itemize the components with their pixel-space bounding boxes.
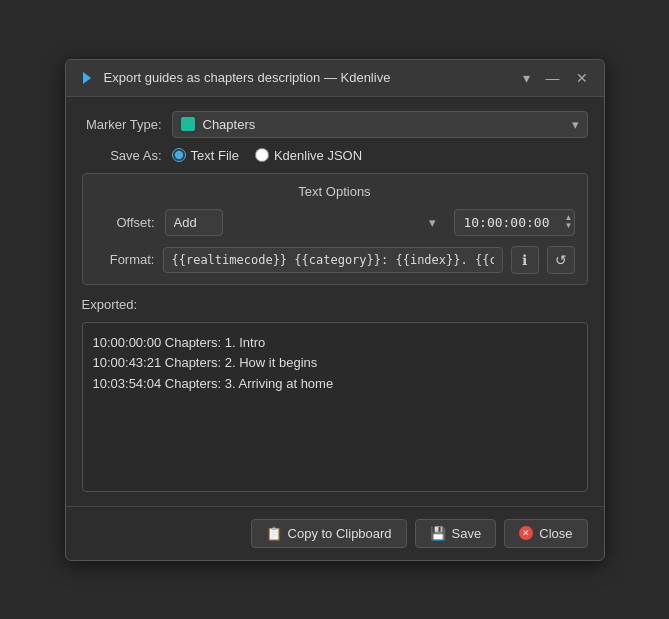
save-as-radio-group: Text File Kdenlive JSON xyxy=(172,148,363,163)
text-options-title: Text Options xyxy=(95,184,575,199)
format-row: Format: ℹ ↺ xyxy=(95,246,575,274)
exported-text-area: 10:00:00:00 Chapters: 1. Intro 10:00:43:… xyxy=(82,322,588,492)
save-icon: 💾 xyxy=(430,526,446,541)
text-options-panel: Text Options Offset: Add 10:00:00:00 ▲ ▼ xyxy=(82,173,588,285)
marker-type-dropdown[interactable]: Chapters xyxy=(172,111,588,138)
timecode-arrows: ▲ ▼ xyxy=(565,214,573,230)
timecode-display[interactable]: 10:00:00:00 xyxy=(454,209,574,236)
radio-kdenlive-json-label: Kdenlive JSON xyxy=(274,148,362,163)
format-reset-btn[interactable]: ↺ xyxy=(547,246,575,274)
app-icon xyxy=(78,69,96,87)
marker-type-label: Marker Type: xyxy=(82,117,162,132)
dropdown-btn[interactable]: ▾ xyxy=(519,68,534,88)
content-area: Marker Type: Chapters Save As: Text File… xyxy=(66,97,604,506)
marker-type-value: Chapters xyxy=(203,117,256,132)
marker-color-swatch xyxy=(181,117,195,131)
radio-kdenlive-json[interactable]: Kdenlive JSON xyxy=(255,148,362,163)
info-icon: ℹ xyxy=(522,252,527,268)
format-info-btn[interactable]: ℹ xyxy=(511,246,539,274)
timecode-wrapper: 10:00:00:00 ▲ ▼ xyxy=(454,209,574,236)
exported-line-2: 10:00:43:21 Chapters: 2. How it begins xyxy=(93,353,577,374)
radio-kdenlive-json-input[interactable] xyxy=(255,148,269,162)
close-label: Close xyxy=(539,526,572,541)
save-button[interactable]: 💾 Save xyxy=(415,519,497,548)
titlebar-left: Export guides as chapters description — … xyxy=(78,69,391,87)
timecode-down[interactable]: ▼ xyxy=(565,222,573,230)
offset-label: Offset: xyxy=(95,215,155,230)
save-label: Save xyxy=(452,526,482,541)
svg-marker-0 xyxy=(83,72,91,84)
radio-text-file-label: Text File xyxy=(191,148,239,163)
format-label: Format: xyxy=(95,252,155,267)
copy-label: Copy to Clipboard xyxy=(288,526,392,541)
format-input[interactable] xyxy=(163,247,503,273)
titlebar: Export guides as chapters description — … xyxy=(66,60,604,97)
copy-icon: 📋 xyxy=(266,526,282,541)
close-window-btn[interactable]: ✕ xyxy=(572,68,592,88)
offset-select-wrapper: Add xyxy=(165,209,445,236)
main-window: Export guides as chapters description — … xyxy=(65,59,605,561)
radio-text-file-input[interactable] xyxy=(172,148,186,162)
window-title: Export guides as chapters description — … xyxy=(104,70,391,85)
close-circle-icon: ✕ xyxy=(519,526,533,540)
save-as-label: Save As: xyxy=(82,148,162,163)
offset-select[interactable]: Add xyxy=(165,209,223,236)
timecode-value: 10:00:00:00 xyxy=(463,215,549,230)
save-as-row: Save As: Text File Kdenlive JSON xyxy=(82,148,588,163)
close-button[interactable]: ✕ Close xyxy=(504,519,587,548)
titlebar-controls: ▾ — ✕ xyxy=(519,68,592,88)
exported-line-3: 10:03:54:04 Chapters: 3. Arriving at hom… xyxy=(93,374,577,395)
offset-row: Offset: Add 10:00:00:00 ▲ ▼ xyxy=(95,209,575,236)
minimize-btn[interactable]: — xyxy=(542,68,564,88)
radio-text-file[interactable]: Text File xyxy=(172,148,239,163)
footer: 📋 Copy to Clipboard 💾 Save ✕ Close xyxy=(66,506,604,560)
reset-icon: ↺ xyxy=(555,252,567,268)
exported-line-1: 10:00:00:00 Chapters: 1. Intro xyxy=(93,333,577,354)
exported-label: Exported: xyxy=(82,297,588,312)
marker-type-row: Marker Type: Chapters xyxy=(82,111,588,138)
copy-clipboard-button[interactable]: 📋 Copy to Clipboard xyxy=(251,519,407,548)
